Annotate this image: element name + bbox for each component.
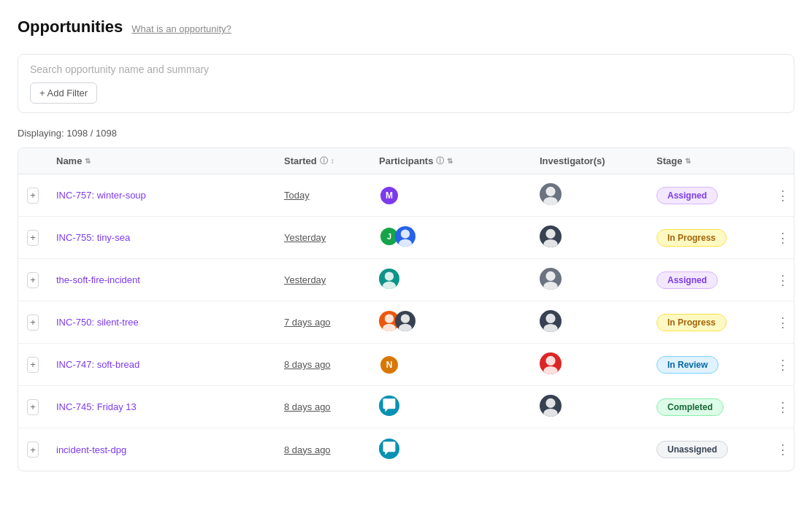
participant-avatar xyxy=(395,311,415,333)
participants-sort-icon: ⇅ xyxy=(447,157,453,165)
participants-cell xyxy=(370,304,531,341)
incident-link[interactable]: INC-755: tiny-sea xyxy=(56,232,130,243)
more-options-button[interactable]: ⋮ xyxy=(773,312,792,333)
svg-point-15 xyxy=(543,324,557,332)
investigator-avatar xyxy=(540,268,562,292)
participants-cell: N xyxy=(370,347,531,382)
svg-point-3 xyxy=(399,239,412,247)
stage-cell: In Review xyxy=(648,349,765,381)
name-cell: INC-757: winter-soup xyxy=(47,182,275,208)
add-filter-label: + Add Filter xyxy=(39,88,88,99)
started-date[interactable]: 8 days ago xyxy=(284,401,331,412)
svg-point-11 xyxy=(383,324,396,331)
actions-cell: ⋮ xyxy=(765,304,794,341)
incident-link[interactable]: INC-750: silent-tree xyxy=(56,317,139,328)
th-name[interactable]: Name ⇅ xyxy=(47,148,275,174)
stage-badge: Assigned xyxy=(656,187,718,204)
investigator-cell xyxy=(531,345,648,384)
incident-link[interactable]: INC-757: winter-soup xyxy=(56,190,146,201)
investigator-avatar xyxy=(540,183,562,207)
more-options-button[interactable]: ⋮ xyxy=(773,185,792,207)
expand-button[interactable]: + xyxy=(27,315,39,331)
display-count: Displaying: 1098 / 1098 xyxy=(18,128,794,139)
started-info-icon[interactable]: ⓘ xyxy=(320,155,328,166)
actions-cell: ⋮ xyxy=(765,220,794,256)
more-options-button[interactable]: ⋮ xyxy=(773,227,792,249)
actions-cell: ⋮ xyxy=(765,389,794,425)
name-cell: the-soft-fire-incident xyxy=(47,267,275,293)
participant-avatar xyxy=(379,396,399,418)
stage-cell: Unassigned xyxy=(648,433,765,466)
started-date[interactable]: 8 days ago xyxy=(284,359,331,370)
more-options-button[interactable]: ⋮ xyxy=(773,439,792,460)
expand-button[interactable]: + xyxy=(27,357,39,373)
actions-cell: ⋮ xyxy=(765,347,794,383)
search-input[interactable] xyxy=(30,63,782,75)
stage-cell: In Progress xyxy=(648,222,765,254)
participants-avatars: N xyxy=(379,355,399,375)
add-filter-button[interactable]: + Add Filter xyxy=(30,82,97,104)
participants-avatars xyxy=(379,439,399,461)
participant-avatar xyxy=(379,439,399,461)
more-options-button[interactable]: ⋮ xyxy=(773,269,792,291)
svg-point-2 xyxy=(401,229,410,238)
stage-cell: In Progress xyxy=(648,306,765,339)
table-row: + the-soft-fire-incident Yesterday Assig… xyxy=(18,259,794,301)
expand-cell: + xyxy=(18,392,47,423)
expand-button[interactable]: + xyxy=(27,272,39,288)
participants-info-icon[interactable]: ⓘ xyxy=(436,155,444,166)
started-date[interactable]: Yesterday xyxy=(284,232,326,243)
page-header: Opportunities What is an opportunity? xyxy=(18,18,794,36)
expand-cell: + xyxy=(18,434,47,465)
svg-point-1 xyxy=(543,197,557,205)
participants-avatars xyxy=(379,269,399,291)
investigator-cell xyxy=(531,387,648,426)
started-date[interactable]: Today xyxy=(284,190,310,201)
incident-link[interactable]: INC-747: soft-bread xyxy=(56,359,139,370)
incident-link[interactable]: incident-test-dpg xyxy=(56,444,126,455)
participants-cell: J xyxy=(370,219,531,256)
svg-point-12 xyxy=(401,314,410,323)
svg-point-14 xyxy=(545,314,555,323)
investigator-avatars xyxy=(540,352,562,377)
stage-badge: Assigned xyxy=(656,271,718,289)
started-cell: 8 days ago xyxy=(275,437,370,463)
expand-button[interactable]: + xyxy=(27,399,39,415)
incident-link[interactable]: INC-745: Friday 13 xyxy=(56,401,137,412)
name-cell: INC-745: Friday 13 xyxy=(47,394,275,420)
participants-cell xyxy=(370,261,531,298)
participants-cell: M xyxy=(370,178,531,213)
th-expand xyxy=(18,148,47,174)
started-date[interactable]: 7 days ago xyxy=(284,317,331,328)
participants-cell xyxy=(370,431,531,468)
stage-cell: Completed xyxy=(648,391,765,423)
started-cell: 7 days ago xyxy=(275,309,370,335)
started-date[interactable]: Yesterday xyxy=(284,274,326,285)
more-options-button[interactable]: ⋮ xyxy=(773,396,792,418)
page-subtitle-link[interactable]: What is an opportunity? xyxy=(131,23,231,34)
th-stage[interactable]: Stage ⇅ xyxy=(648,148,765,174)
th-actions xyxy=(765,148,794,174)
stage-cell: Assigned xyxy=(648,264,765,296)
svg-point-17 xyxy=(543,366,557,374)
svg-point-4 xyxy=(545,229,555,239)
more-options-button[interactable]: ⋮ xyxy=(773,354,792,376)
incident-link[interactable]: the-soft-fire-incident xyxy=(56,274,140,285)
svg-point-7 xyxy=(383,282,396,289)
table-row: + INC-750: silent-tree 7 days ago In Pro… xyxy=(18,301,794,344)
investigator-cell xyxy=(531,442,648,457)
th-started[interactable]: Started ⓘ ↕ xyxy=(275,148,370,174)
table-row: + INC-747: soft-bread 8 days ago N In Re… xyxy=(18,344,794,386)
investigator-avatars xyxy=(540,183,562,207)
expand-button[interactable]: + xyxy=(27,441,39,458)
expand-button[interactable]: + xyxy=(27,188,39,204)
investigator-avatar xyxy=(540,395,562,419)
investigator-cell xyxy=(531,303,648,342)
started-date[interactable]: 8 days ago xyxy=(284,444,331,455)
expand-cell: + xyxy=(18,180,47,211)
page-title: Opportunities xyxy=(18,18,123,36)
svg-point-13 xyxy=(399,324,412,331)
filter-bar: + Add Filter xyxy=(18,54,794,113)
expand-button[interactable]: + xyxy=(27,230,39,246)
participant-avatar: N xyxy=(379,355,399,375)
